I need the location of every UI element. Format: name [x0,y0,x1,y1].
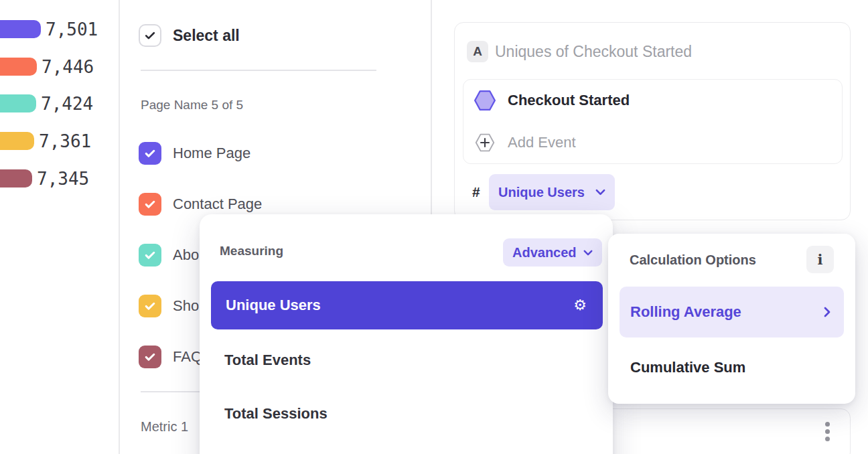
chevron-right-icon [824,307,830,317]
legend-bar [0,94,36,112]
row-badge: A [467,41,488,62]
more-options-button[interactable] [825,422,830,441]
calc-option-label: Rolling Average [630,303,741,321]
item-checkbox-contact-page[interactable] [139,193,161,216]
item-label[interactable]: Home Page [173,142,250,165]
event-name[interactable]: Checkout Started [508,88,630,112]
menu-option-unique-users[interactable]: Unique Users ⚙ [211,281,603,329]
group-label: Page Name 5 of 5 [141,96,243,114]
divider [141,70,376,71]
chevron-down-icon [583,250,593,256]
add-event-icon [474,132,496,153]
chevron-down-icon [595,189,605,196]
calc-option-cumulative-sum[interactable]: Cumulative Sum [630,358,745,377]
legend-item: 7,424 [0,94,93,112]
checkmark-icon [143,299,157,313]
checkmark-icon [143,29,157,42]
advanced-mode-value: Advanced [512,245,577,260]
legend-bar [0,132,34,150]
metric-card-a: A Uniques of Checkout Started Checkout S… [454,22,851,220]
panel-divider-left [119,0,120,454]
legend-item: 7,501 [0,20,98,38]
gear-icon[interactable]: ⚙ [573,298,587,313]
checkmark-icon [143,248,157,262]
measuring-menu-title: Measuring [220,242,283,260]
dot [825,422,830,427]
dot [825,429,830,434]
menu-option-total-sessions[interactable]: Total Sessions [224,404,328,423]
legend-value: 7,361 [39,131,91,151]
menu-option-label: Unique Users [226,297,321,314]
metric-label: Metric 1 [141,418,188,435]
checkmark-icon [143,147,157,160]
legend-item: 7,446 [0,58,94,76]
calculation-options-title: Calculation Options [630,251,756,269]
event-hexagon-icon [473,88,497,112]
measure-dropdown[interactable]: Unique Users [489,174,615,210]
legend-value: 7,345 [37,169,89,189]
item-label[interactable]: Contact Page [173,193,262,216]
legend-bar [0,20,41,38]
select-all-label[interactable]: Select all [173,24,240,47]
legend-item: 7,345 [0,169,89,187]
dot [825,437,830,441]
legend-value: 7,446 [42,57,94,77]
metric-name-input[interactable]: Uniques of Checkout Started [495,41,692,62]
legend-value: 7,424 [41,94,93,114]
measure-prefix: # [472,174,480,210]
item-checkbox-faq-page[interactable] [139,346,161,368]
checkmark-icon [143,350,157,364]
measure-dropdown-value: Unique Users [498,185,585,200]
info-icon[interactable]: i [806,246,834,273]
add-event-button[interactable]: Add Event [508,131,576,155]
item-checkbox-shop-page[interactable] [139,295,161,317]
legend-item: 7,361 [0,132,91,150]
advanced-mode-dropdown[interactable]: Advanced [503,238,602,267]
legend-bar [0,169,32,187]
calculation-options-menu: Calculation Options i Rolling Average Cu… [608,234,855,404]
checkmark-icon [143,198,157,211]
item-checkbox-home-page[interactable] [139,142,161,165]
select-all-checkbox[interactable] [139,24,161,47]
legend-value: 7,501 [46,19,98,40]
menu-option-total-events[interactable]: Total Events [224,351,311,370]
event-block: Checkout Started Add Event [463,79,843,164]
measuring-menu: Measuring Advanced Unique Users ⚙ Total … [200,214,613,454]
calc-option-rolling-average[interactable]: Rolling Average [620,287,844,337]
legend-bar [0,58,37,76]
item-checkbox-about-page[interactable] [139,244,161,267]
